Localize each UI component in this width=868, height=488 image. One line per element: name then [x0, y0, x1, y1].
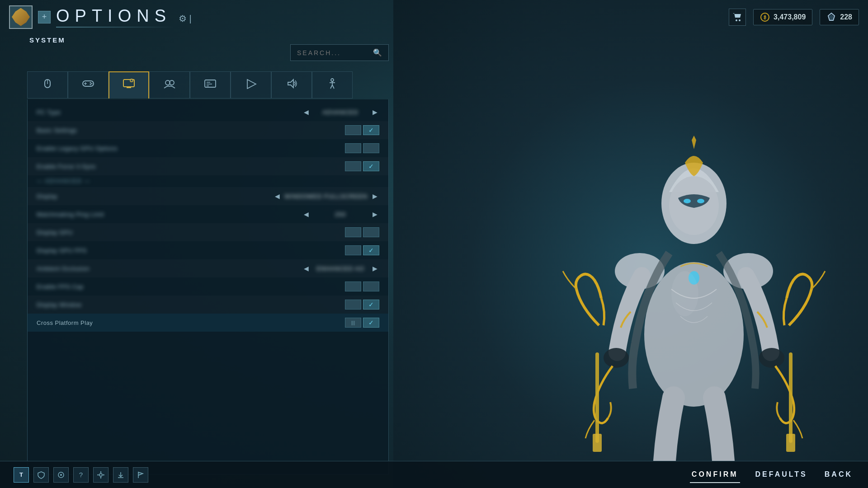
setting-control-pc-type[interactable]: ◀ ADVANCED ▶ — [302, 108, 379, 117]
search-input[interactable] — [297, 49, 369, 56]
character-display — [393, 0, 868, 488]
svg-rect-11 — [789, 352, 793, 443]
bottom-icon-shield[interactable] — [33, 467, 49, 483]
toggle-off-gpu[interactable] — [345, 227, 361, 237]
add-button[interactable]: + — [38, 11, 51, 23]
arrow-right-display[interactable]: ▶ — [370, 192, 379, 201]
toggle-off-fpscap2[interactable] — [363, 282, 379, 291]
title-underline — [56, 27, 174, 28]
bottom-icon-warframe[interactable]: T — [14, 467, 29, 483]
arrow-right-matchmaking[interactable]: ▶ — [370, 210, 379, 219]
tab-controller[interactable] — [68, 71, 108, 99]
setting-row-gpufps: Display GPU FPS ✓ — [28, 241, 388, 259]
setting-label-gpufps: Display GPU FPS — [37, 247, 345, 254]
svg-point-15 — [736, 19, 737, 21]
tab-display[interactable] — [108, 71, 149, 99]
bottom-icon-flag[interactable] — [133, 467, 148, 483]
cart-button[interactable] — [729, 9, 746, 26]
svg-point-26 — [90, 82, 91, 84]
setting-row-fpscap: Enable FPS Cap — [28, 277, 388, 296]
setting-control-display[interactable]: ◀ WINDOWED FULLSCREEN ▶ — [273, 192, 379, 201]
top-left-section: + OPTIONS ⚙ | — [9, 5, 192, 29]
check-cross-platform: ✓ — [368, 319, 374, 326]
back-button[interactable]: BACK — [823, 467, 854, 483]
toggle-off-legacy2[interactable] — [363, 143, 379, 153]
svg-point-27 — [91, 83, 93, 84]
tab-social[interactable] — [149, 71, 190, 99]
setting-row-vsync: Enable Force V-Sync ✓ — [28, 157, 388, 175]
flag-icon — [137, 471, 145, 479]
toggle-gpufps[interactable]: ✓ — [345, 245, 379, 255]
options-panel: SYSTEM 🔍 — [27, 36, 389, 461]
arrow-left-matchmaking[interactable]: ◀ — [302, 210, 311, 219]
setting-control-matchmaking[interactable]: ◀ 250 ▶ — [302, 210, 379, 219]
toggle-off-cross-platform[interactable]: ||| — [345, 318, 361, 328]
bottom-icon-help[interactable]: ? — [73, 467, 89, 483]
arrow-left-pc-type[interactable]: ◀ — [302, 108, 311, 117]
toggle-window[interactable]: ✓ — [345, 300, 379, 310]
setting-control-ao[interactable]: ◀ ENHANCED AO ▶ — [302, 264, 379, 273]
setting-row-pc-type: PC Type ◀ ADVANCED ▶ — [28, 103, 388, 121]
toggle-2[interactable]: ✓ — [345, 125, 379, 135]
svg-text:₿: ₿ — [764, 15, 766, 20]
svg-point-4 — [697, 199, 704, 203]
top-right-section: ₿ 3,473,809 228 — [729, 9, 859, 26]
setting-row-window: Display Window ✓ — [28, 296, 388, 314]
setting-row-matchmaking: Matchmaking Ping Limit ◀ 250 ▶ — [28, 205, 388, 223]
platinum-amount: 228 — [840, 13, 852, 21]
toggle-fpscap[interactable] — [345, 282, 379, 291]
toggle-off-fpscap[interactable] — [345, 282, 361, 291]
setting-row-legacy: Enable Legacy GPU Options — [28, 139, 388, 157]
setting-label-gpu: Display GPU — [37, 229, 345, 236]
defaults-button[interactable]: DEFAULTS — [754, 467, 809, 483]
arrow-right-ao[interactable]: ▶ — [370, 264, 379, 273]
toggle-on-window[interactable]: ✓ — [363, 300, 379, 310]
toggle-off-2[interactable] — [345, 125, 361, 135]
svg-point-48 — [99, 474, 102, 476]
toggle-on-cross-platform[interactable]: ✓ — [363, 318, 379, 328]
toggle-off-gpu2[interactable] — [363, 227, 379, 237]
section-label: SYSTEM — [27, 36, 66, 44]
search-bar[interactable]: 🔍 — [290, 44, 389, 61]
setting-row-cross-platform: Cross Platform Play ||| ✓ — [28, 314, 388, 332]
arrow-right-pc-type[interactable]: ▶ — [370, 108, 379, 117]
arrow-left-display[interactable]: ◀ — [273, 192, 282, 201]
confirm-button[interactable]: CONFIRM — [690, 467, 740, 483]
check-icon-2: ✓ — [368, 127, 374, 134]
setting-row-ao: Ambient Occlusion ◀ ENHANCED AO ▶ — [28, 259, 388, 277]
toggle-off-vsync[interactable] — [345, 161, 361, 171]
tab-accessibility[interactable] — [312, 71, 353, 99]
setting-value-pc-type: ADVANCED — [313, 109, 368, 116]
toggle-off-gpufps[interactable] — [345, 245, 361, 255]
toggle-legacy[interactable] — [345, 143, 379, 153]
toggle-bars-icon: ||| — [351, 320, 355, 325]
toggle-vsync[interactable]: ✓ — [345, 161, 379, 171]
bottom-icon-settings[interactable] — [93, 467, 108, 483]
arrow-left-ao[interactable]: ◀ — [302, 264, 311, 273]
setting-label-display: Display — [37, 193, 273, 200]
svg-point-14 — [671, 271, 698, 316]
toggle-off-legacy[interactable] — [345, 143, 361, 153]
player-avatar[interactable] — [9, 5, 33, 29]
tab-gameplay[interactable] — [231, 71, 271, 99]
svg-point-16 — [739, 19, 741, 21]
tab-audio[interactable] — [271, 71, 312, 99]
tab-interface[interactable] — [190, 71, 231, 99]
tab-mouse[interactable] — [27, 71, 68, 99]
svg-point-3 — [684, 199, 691, 203]
credits-icon: ₿ — [760, 12, 770, 22]
bottom-icon-download[interactable] — [113, 467, 128, 483]
download-icon — [117, 471, 125, 479]
setting-label-pc-type: PC Type — [37, 109, 302, 116]
setting-row-display: Display ◀ WINDOWED FULLSCREEN ▶ — [28, 187, 388, 205]
toggle-off-window[interactable] — [345, 300, 361, 310]
svg-rect-36 — [205, 80, 216, 87]
toggle-on-2[interactable]: ✓ — [363, 125, 379, 135]
bottom-icon-waypoint[interactable] — [53, 467, 69, 483]
toggle-cross-platform[interactable]: ||| ✓ — [345, 318, 379, 328]
divider-advanced: — ADVANCED — — [28, 175, 388, 187]
bottom-actions: CONFIRM DEFAULTS BACK — [690, 467, 854, 483]
toggle-gpu[interactable] — [345, 227, 379, 237]
toggle-on-vsync[interactable]: ✓ — [363, 161, 379, 171]
toggle-on-gpufps[interactable]: ✓ — [363, 245, 379, 255]
